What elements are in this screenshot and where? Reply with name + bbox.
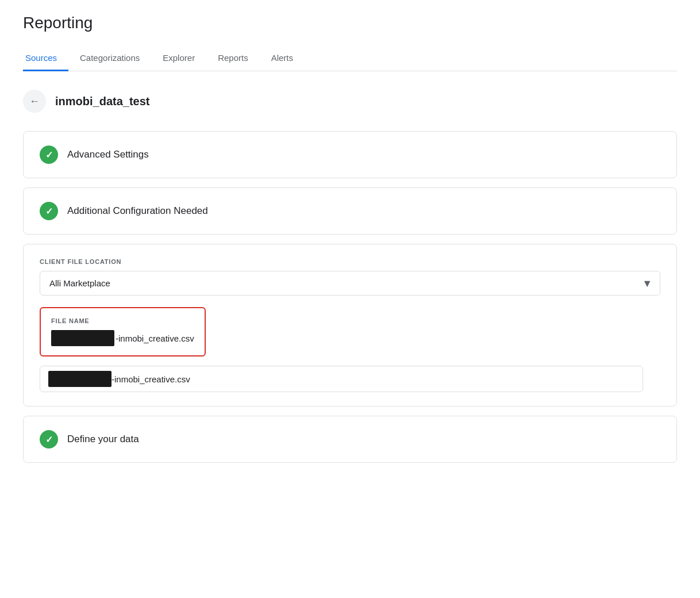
advanced-settings-check-icon <box>40 145 58 164</box>
client-file-location-group: CLIENT FILE LOCATION Alli Marketplace Ot… <box>40 258 660 296</box>
define-data-check-icon <box>40 430 58 448</box>
define-data-label: Define your data <box>67 434 139 445</box>
back-icon: ← <box>29 95 40 108</box>
additional-config-label: Additional Configuration Needed <box>67 205 208 217</box>
additional-config-check-icon <box>40 202 58 220</box>
tab-reports[interactable]: Reports <box>206 46 260 71</box>
tabs-nav: Sources Categorizations Explorer Reports… <box>23 46 677 71</box>
redacted-prefix-full <box>48 371 111 387</box>
redacted-prefix-block <box>51 330 114 346</box>
back-button[interactable]: ← <box>23 90 46 113</box>
advanced-settings-label: Advanced Settings <box>67 149 149 160</box>
advanced-settings-card[interactable]: Advanced Settings <box>23 131 677 178</box>
file-name-label: FILE NAME <box>51 317 194 324</box>
back-section: ← inmobi_data_test <box>23 90 677 113</box>
tab-alerts[interactable]: Alerts <box>260 46 305 71</box>
client-file-location-select-wrapper: Alli Marketplace Other ▼ <box>40 271 660 296</box>
client-file-location-select[interactable]: Alli Marketplace Other <box>40 271 660 296</box>
page-title: Reporting <box>23 14 677 32</box>
client-file-location-label: CLIENT FILE LOCATION <box>40 258 660 265</box>
additional-config-card[interactable]: Additional Configuration Needed <box>23 187 677 235</box>
file-name-full-input-wrapper: -inmobi_creative.csv <box>40 366 643 392</box>
file-name-full-suffix: -inmobi_creative.csv <box>111 374 190 384</box>
file-name-full-row: -inmobi_creative.csv <box>40 366 660 392</box>
tab-explorer[interactable]: Explorer <box>151 46 206 71</box>
define-data-card[interactable]: Define your data <box>23 416 677 463</box>
source-name: inmobi_data_test <box>55 95 149 108</box>
file-name-input-row: -inmobi_creative.csv <box>51 330 194 346</box>
tab-sources[interactable]: Sources <box>23 46 68 71</box>
file-name-suffix: -inmobi_creative.csv <box>116 334 194 343</box>
file-location-section: CLIENT FILE LOCATION Alli Marketplace Ot… <box>23 244 677 407</box>
file-name-group: FILE NAME -inmobi_creative.csv <box>40 307 206 356</box>
tab-categorizations[interactable]: Categorizations <box>68 46 151 71</box>
